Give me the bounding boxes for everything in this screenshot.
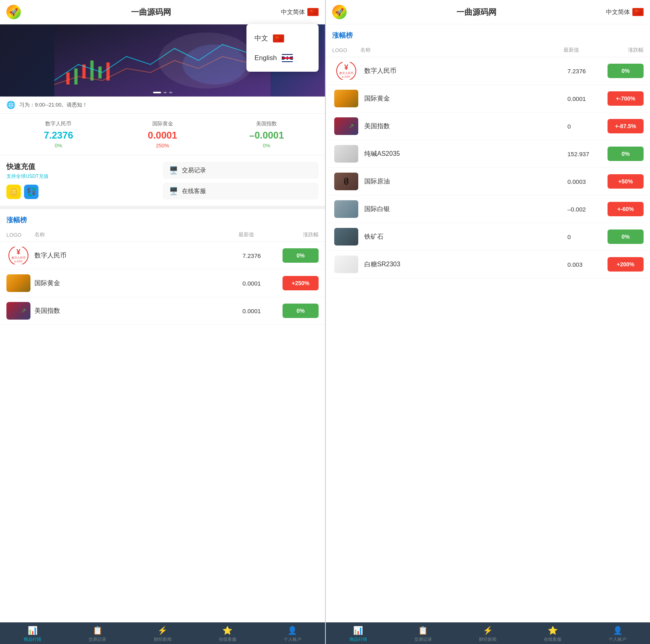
slide-dot: [169, 92, 172, 93]
right-us-thumbnail: ↗: [334, 117, 358, 135]
left-flag-cn: 🇨🇳: [307, 8, 319, 16]
gold-thumbnail: [6, 274, 30, 292]
right-badge-sugar: +200%: [608, 257, 644, 272]
trade-record-button[interactable]: 🖥️ 交易记录: [163, 162, 319, 179]
nav-account[interactable]: 👤 个人账户: [260, 626, 325, 642]
right-row-silver[interactable]: 国际白银 –0.002 +-60%: [326, 195, 650, 223]
right-value-chemical: 152.937: [567, 151, 608, 157]
right-badge-iron: 0%: [608, 229, 644, 244]
slide-dot: [164, 92, 167, 93]
right-badge-us: +-87.5%: [608, 119, 644, 133]
market-change-us: 0%: [214, 143, 319, 149]
col-header-name: 名称: [34, 231, 238, 238]
nav-news[interactable]: ⚡ 财经新闻: [130, 626, 195, 642]
left-value-cny: 7.2376: [242, 252, 283, 259]
right-value-gold: 0.0001: [567, 95, 608, 102]
col-header-value: 最新值: [238, 231, 279, 238]
left-name-gold: 国际黄金: [34, 279, 242, 288]
left-lang-selector[interactable]: 中文简体 🇨🇳: [281, 8, 319, 16]
action-buttons: 🖥️ 交易记录 🖥️ 在线客服: [163, 162, 319, 199]
right-nav-news-icon: ⚡: [483, 626, 493, 635]
right-row-us[interactable]: ↗ 美国指数 0 +-87.5%: [326, 113, 650, 140]
right-bottom-nav: 📊 商品行情 📋 交易记录 ⚡ 财经新闻 ⭐ 在线客服 👤 个人账户: [326, 622, 650, 644]
nav-market[interactable]: 📊 商品行情: [0, 626, 65, 642]
nav-service-icon: ⭐: [222, 626, 232, 635]
right-nav-trade-label: 交易记录: [414, 636, 432, 642]
lang-option-chinese[interactable]: 中文 🇨🇳: [246, 28, 319, 48]
left-logo-gold: [6, 274, 30, 292]
right-nav-account[interactable]: 👤 个人账户: [585, 626, 650, 642]
right-crude-thumbnail: 🛢: [334, 173, 358, 190]
left-value-gold: 0.0001: [242, 280, 283, 287]
slide-dot-active: [153, 92, 161, 93]
right-chemical-thumbnail: [334, 145, 358, 163]
right-name-cny: 数字人民币: [364, 67, 567, 75]
market-item-cny[interactable]: 数字人民币 7.2376 0%: [6, 120, 111, 149]
left-name-us: 美国指数: [34, 307, 242, 315]
right-panel: 🚀 一曲源码网 中文简体 🇨🇳 涨幅榜 LOGO 名称 最新值 涨跌幅 ¥ 数字…: [326, 0, 650, 644]
right-lang-label: 中文简体: [606, 8, 630, 16]
notice-icon: 🌐: [6, 101, 15, 109]
right-badge-crude: +50%: [608, 174, 644, 189]
market-item-us[interactable]: 美国指数 –0.0001 0%: [214, 120, 319, 149]
right-silver-thumbnail: [334, 200, 358, 218]
left-header: 🚀 一曲源码网 中文简体 🇨🇳: [0, 0, 325, 24]
market-change-cny: 0%: [6, 143, 111, 149]
trade-record-label: 交易记录: [182, 167, 206, 174]
right-badge-gold: +-700%: [608, 91, 644, 106]
right-header: 🚀 一曲源码网 中文简体 🇨🇳: [326, 0, 650, 24]
left-row-us[interactable]: ↗ 美国指数 0.0001 0%: [0, 297, 325, 325]
right-badge-cny: 0%: [608, 64, 644, 78]
left-badge-gold: +250%: [283, 276, 319, 290]
flag-cn-option: 🇨🇳: [273, 34, 284, 42]
right-row-chemical[interactable]: 纯碱AS2035 152.937 0%: [326, 140, 650, 168]
english-label: English: [254, 54, 277, 62]
right-section-header: 涨幅榜: [326, 24, 650, 43]
left-row-gold[interactable]: 国际黄金 0.0001 +250%: [0, 270, 325, 297]
recharge-sub: 支持全球USDT充值: [6, 173, 163, 180]
svg-rect-6: [99, 66, 102, 78]
right-row-gold[interactable]: 国际黄金 0.0001 +-700%: [326, 85, 650, 113]
market-item-gold[interactable]: 国际黄金 0.0001 250%: [111, 120, 215, 149]
market-label-us: 美国指数: [214, 120, 319, 127]
market-value-us: –0.0001: [214, 130, 319, 141]
right-nav-service[interactable]: ⭐ 在线客服: [520, 626, 585, 642]
right-nav-trade[interactable]: 📋 交易记录: [391, 626, 456, 642]
right-row-iron[interactable]: 铁矿石 0 0%: [326, 223, 650, 251]
right-row-sugar[interactable]: 白糖SR2303 0.003 +200%: [326, 251, 650, 278]
right-row-crude[interactable]: 🛢 国际原油 0.0003 +50%: [326, 168, 650, 195]
right-nav-market-label: 商品行情: [349, 636, 367, 642]
right-row-cny[interactable]: ¥ 数字人民币e-CNY 数字人民币 7.2376 0%: [326, 57, 650, 85]
online-service-label: 在线客服: [182, 187, 206, 195]
right-nav-market-icon: 📊: [353, 626, 363, 635]
right-nav-news[interactable]: ⚡ 财经新闻: [456, 626, 521, 642]
right-badge-chemical: 0%: [608, 147, 644, 161]
right-lang-selector[interactable]: 中文简体 🇨🇳: [606, 8, 644, 16]
left-table-header: LOGO 名称 最新值 涨跌幅: [0, 228, 325, 242]
nav-news-icon: ⚡: [157, 626, 168, 635]
right-name-us: 美国指数: [364, 122, 567, 131]
right-logo-cny: ¥ 数字人民币e-CNY: [332, 62, 360, 80]
right-nav-market[interactable]: 📊 商品行情: [326, 626, 391, 642]
svg-point-9: [183, 44, 247, 85]
nav-trade[interactable]: 📋 交易记录: [65, 626, 130, 642]
right-name-crude: 国际原油: [364, 177, 567, 186]
right-sugar-thumbnail: [334, 256, 358, 273]
recharge-box[interactable]: 快速充值 支持全球USDT充值 🪙 💱: [6, 162, 163, 199]
right-flag-cn: 🇨🇳: [632, 8, 644, 16]
right-value-silver: –0.002: [567, 206, 608, 213]
nav-service[interactable]: ⭐ 在线客服: [195, 626, 260, 642]
online-service-button[interactable]: 🖥️ 在线客服: [163, 183, 319, 199]
market-value-gold: 0.0001: [111, 130, 215, 141]
col-header-logo: LOGO: [6, 232, 34, 238]
lang-option-english[interactable]: English: [246, 48, 319, 68]
right-name-gold: 国际黄金: [364, 95, 567, 103]
right-col-header-logo: LOGO: [332, 47, 360, 53]
left-title: 一曲源码网: [131, 7, 171, 18]
right-logo-us: ↗: [332, 117, 360, 135]
left-row-cny[interactable]: ¥ 数字人民币e-CNY 数字人民币 7.2376 0%: [0, 242, 325, 270]
right-nav-news-label: 财经新闻: [479, 636, 497, 642]
market-change-gold: 250%: [111, 143, 215, 149]
right-nav-service-label: 在线客服: [544, 636, 561, 642]
lang-dropdown: 中文 🇨🇳 English: [246, 24, 319, 72]
